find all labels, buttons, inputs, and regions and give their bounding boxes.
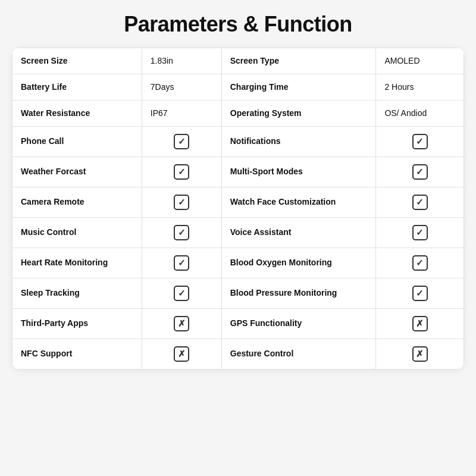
right-check [376,126,464,156]
left-check [142,248,221,278]
table-row: Water ResistanceIP67Operating SystemOS/ … [12,100,464,126]
left-check [142,278,221,308]
left-check [142,339,221,369]
right-check [376,248,464,278]
right-label: Charging Time [221,74,376,100]
left-label: Music Control [12,217,142,248]
left-label: Water Resistance [12,100,142,126]
right-label: Blood Pressure Monitoring [221,278,376,308]
table-row: Phone CallNotifications [12,126,464,156]
right-label: Voice Assistant [221,217,376,248]
left-label: Heart Rate Monitoring [12,248,142,278]
left-label: NFC Support [12,339,142,369]
table-row: Music ControlVoice Assistant [12,217,464,248]
left-label: Screen Size [12,48,142,74]
left-check [142,308,221,339]
table-row: NFC SupportGesture Control [12,339,464,369]
table-row: Heart Rate MonitoringBlood Oxygen Monito… [12,248,464,278]
table-row: Weather ForcastMulti-Sport Modes [12,156,464,187]
right-label: Gesture Control [221,339,376,369]
table-row: Sleep TrackingBlood Pressure Monitoring [12,278,464,308]
left-check [142,156,221,187]
left-check [142,217,221,248]
right-check [376,278,464,308]
right-label: Screen Type [221,48,376,74]
left-label: Weather Forcast [12,156,142,187]
right-label: Multi-Sport Modes [221,156,376,187]
left-value: IP67 [142,100,221,126]
right-label: Watch Face Customization [221,187,376,217]
left-check [142,187,221,217]
left-label: Phone Call [12,126,142,156]
table-row: Third-Party AppsGPS Functionality [12,308,464,339]
parameters-table: Screen Size1.83inScreen TypeAMOLEDBatter… [12,48,464,369]
right-check [376,156,464,187]
right-value: 2 Hours [376,74,464,100]
left-label: Camera Remote [12,187,142,217]
right-label: GPS Functionality [221,308,376,339]
right-value: AMOLED [376,48,464,74]
left-label: Battery Life [12,74,142,100]
left-value: 1.83in [142,48,221,74]
right-value: OS/ Andiod [376,100,464,126]
page-title: Parameters & Function [124,12,352,37]
right-label: Operating System [221,100,376,126]
table-row: Screen Size1.83inScreen TypeAMOLED [12,48,464,74]
right-label: Notifications [221,126,376,156]
left-check [142,126,221,156]
right-check [376,308,464,339]
left-value: 7Days [142,74,221,100]
right-check [376,339,464,369]
left-label: Third-Party Apps [12,308,142,339]
right-label: Blood Oxygen Monitoring [221,248,376,278]
table-row: Battery Life7DaysCharging Time2 Hours [12,74,464,100]
table-row: Camera RemoteWatch Face Customization [12,187,464,217]
right-check [376,187,464,217]
left-label: Sleep Tracking [12,278,142,308]
right-check [376,217,464,248]
